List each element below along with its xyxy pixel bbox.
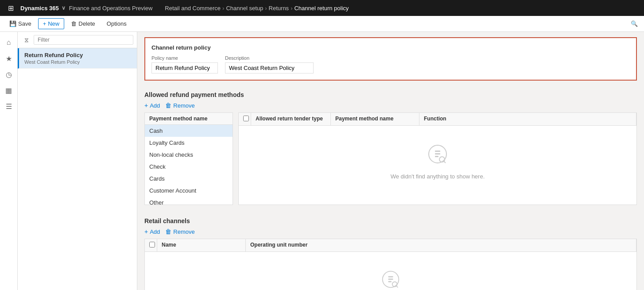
payment-item-cards[interactable]: Cards: [145, 173, 233, 185]
refund-add-button[interactable]: + Add: [144, 102, 160, 109]
breadcrumb-current: Channel return policy: [294, 5, 349, 12]
description-group: Description: [225, 55, 314, 73]
save-button[interactable]: 💾 Save: [4, 18, 36, 29]
save-icon: 💾: [9, 20, 16, 27]
search-button[interactable]: 🔍: [629, 19, 640, 29]
list-panel-toolbar: ⧖: [18, 32, 137, 48]
item-title: Return Refund Policy: [24, 52, 132, 58]
retail-table: Name Operating unit number: [144, 239, 637, 290]
delete-icon: 🗑: [71, 20, 77, 27]
payment-item-other[interactable]: Other: [145, 197, 233, 205]
sep3: ›: [291, 5, 292, 12]
new-icon: +: [43, 20, 47, 27]
refund-empty-text: We didn't find anything to show here.: [391, 173, 485, 180]
refund-section: Allowed refund payment methods + Add 🗑 R…: [144, 86, 637, 205]
payment-item-cash[interactable]: Cash: [145, 125, 233, 137]
list-panel: ⧖ Return Refund Policy West Coast Return…: [18, 32, 137, 290]
check-all[interactable]: [243, 116, 249, 121]
th-check[interactable]: [239, 113, 251, 125]
svg-rect-2: [435, 153, 440, 155]
retail-section: Retail channels + Add 🗑 Remove Name O: [144, 212, 637, 290]
retail-add-button[interactable]: + Add: [144, 228, 160, 235]
policy-name-group: Policy name: [151, 55, 218, 73]
new-button[interactable]: + New: [38, 18, 65, 29]
top-bar: ⊞ Dynamics 365 ∨ Finance and Operations …: [0, 0, 644, 16]
svg-rect-3: [435, 156, 438, 157]
breadcrumb: Retail and Commerce › Channel setup › Re…: [165, 5, 349, 12]
workspace-icon[interactable]: ▦: [2, 83, 16, 97]
payment-dropdown: Payment method name Cash Loyalty Cards N…: [144, 112, 637, 205]
refund-add-icon: +: [144, 102, 148, 109]
retail-empty-icon: [381, 270, 400, 290]
refund-add-label: Add: [150, 102, 160, 109]
retail-th-unit: Operating unit number: [246, 239, 636, 251]
th-method: Payment method name: [331, 113, 419, 125]
svg-rect-9: [388, 281, 392, 282]
th-function: Function: [419, 113, 636, 125]
side-icons: ⌂ ★ ◷ ▦ ☰: [0, 32, 18, 290]
retail-remove-label: Remove: [173, 228, 194, 235]
list-icon[interactable]: ☰: [2, 99, 16, 113]
empty-icon: [427, 143, 448, 170]
main-layout: ⌂ ★ ◷ ▦ ☰ ⧖ Return Refund Policy West Co…: [0, 32, 644, 290]
description-label: Description: [225, 55, 314, 61]
right-table: Allowed return tender type Payment metho…: [238, 112, 637, 205]
svg-line-5: [444, 161, 446, 163]
retail-section-toolbar: + Add 🗑 Remove: [144, 228, 637, 235]
options-button[interactable]: Options: [102, 18, 132, 29]
refund-section-toolbar: + Add 🗑 Remove: [144, 102, 637, 109]
retail-th-name: Name: [157, 239, 246, 251]
description-input[interactable]: [225, 62, 314, 73]
retail-th-check[interactable]: [145, 239, 157, 251]
sep2: ›: [265, 5, 267, 12]
policy-form: Channel return policy Policy name Descri…: [144, 37, 637, 81]
brand: Dynamics 365 ∨: [20, 5, 66, 12]
recent-icon[interactable]: ◷: [2, 67, 16, 81]
toolbar: 💾 Save + New 🗑 Delete Options 🔍: [0, 16, 644, 32]
refund-empty-state: We didn't find anything to show here.: [239, 126, 636, 197]
payment-item-customer[interactable]: Customer Account: [145, 185, 233, 197]
options-label: Options: [107, 20, 127, 27]
breadcrumb-returns[interactable]: Returns: [269, 5, 289, 12]
payment-item-nonlocal[interactable]: Non-local checks: [145, 149, 233, 161]
payment-item-check[interactable]: Check: [145, 161, 233, 173]
retail-add-icon: +: [144, 228, 148, 235]
refund-table-header: Allowed return tender type Payment metho…: [239, 113, 636, 126]
retail-section-title: Retail channels: [144, 212, 637, 228]
refund-remove-label: Remove: [173, 102, 194, 109]
delete-label: Delete: [78, 20, 95, 27]
svg-rect-8: [388, 278, 393, 280]
sep1: ›: [222, 5, 224, 12]
svg-rect-1: [435, 151, 440, 152]
form-section-title: Channel return policy: [151, 44, 630, 51]
breadcrumb-channel[interactable]: Channel setup: [226, 5, 263, 12]
favorites-icon[interactable]: ★: [2, 51, 16, 66]
retail-remove-button[interactable]: 🗑 Remove: [165, 228, 194, 235]
policy-name-input[interactable]: [151, 62, 218, 73]
payment-method-list: Payment method name Cash Loyalty Cards N…: [144, 112, 233, 205]
home-icon[interactable]: ⌂: [2, 35, 16, 50]
refund-remove-icon: 🗑: [165, 102, 171, 109]
retail-add-label: Add: [150, 228, 160, 235]
payment-method-items: Cash Loyalty Cards Non-local checks Chec…: [145, 125, 233, 205]
breadcrumb-retail[interactable]: Retail and Commerce: [165, 5, 221, 12]
payment-item-loyalty[interactable]: Loyalty Cards: [145, 137, 233, 149]
filter-input[interactable]: [34, 35, 133, 45]
form-row: Policy name Description: [151, 55, 630, 73]
brand-chevron[interactable]: ∨: [62, 5, 66, 11]
retail-remove-icon: 🗑: [165, 228, 171, 235]
waffle-icon[interactable]: ⊞: [4, 2, 17, 14]
retail-check-all[interactable]: [149, 242, 155, 247]
delete-button[interactable]: 🗑 Delete: [66, 18, 100, 29]
brand-name: Dynamics 365: [20, 5, 59, 12]
payment-method-header: Payment method name: [145, 113, 233, 125]
retail-empty-state: We didn't find anything to show here.: [145, 252, 636, 290]
svg-line-11: [396, 286, 398, 288]
list-scroll: Return Refund Policy West Coast Return P…: [18, 48, 137, 290]
policy-name-label: Policy name: [151, 55, 218, 61]
filter-icon[interactable]: ⧖: [21, 35, 32, 45]
refund-remove-button[interactable]: 🗑 Remove: [165, 102, 194, 109]
item-subtitle: West Coast Return Policy: [24, 59, 132, 65]
retail-table-header: Name Operating unit number: [145, 239, 636, 252]
list-item[interactable]: Return Refund Policy West Coast Return P…: [18, 48, 137, 69]
